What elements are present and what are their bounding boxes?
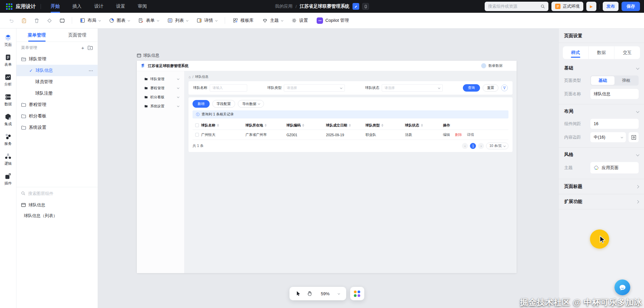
team-type-select[interactable]: 请选择 [284, 84, 345, 92]
page-type-basic[interactable]: 基础 [591, 76, 614, 85]
tree-item-team-info[interactable]: ✓ 球队信息 ⋯ [16, 65, 98, 76]
sort-icon[interactable] [302, 124, 304, 127]
padding-detail-button[interactable] [629, 132, 639, 142]
tree-folder-points-board[interactable]: 积分看板 [16, 110, 98, 122]
delete-row-link[interactable]: 删除 [455, 133, 462, 137]
query-button[interactable]: 查询 [463, 84, 480, 92]
menu-tab-review[interactable]: 审阅 [131, 0, 153, 13]
tree-folder-schedule-management[interactable]: 赛程管理 [16, 99, 98, 110]
tree-item-team-registration[interactable]: 球队注册 [16, 88, 98, 99]
sort-icon[interactable] [349, 124, 351, 127]
sort-icon[interactable] [217, 124, 219, 127]
layer-search[interactable] [16, 187, 98, 200]
sort-icon[interactable] [381, 124, 383, 127]
widgets-palette-button[interactable] [350, 287, 364, 300]
section-page-title[interactable]: 页面标题 [559, 179, 644, 194]
layer-search-input[interactable] [28, 191, 93, 196]
tab-page-management[interactable]: 页面管理 [57, 29, 98, 42]
reset-button[interactable]: 重置 [483, 84, 498, 92]
edit-row-link[interactable]: 编辑 [443, 133, 450, 137]
field-config-button[interactable]: 字段配置 [212, 100, 235, 108]
publish-button[interactable]: 发布 [603, 2, 619, 11]
insert-chart-dropdown[interactable]: 图表 [105, 15, 134, 26]
sort-icon[interactable] [421, 124, 423, 127]
prev-page-button[interactable]: ‹ [462, 143, 468, 149]
copilot-manage-button[interactable]: Copilot 管理 [312, 15, 353, 26]
preview-run-button[interactable]: ▶ [586, 2, 596, 11]
rail-item-integrations[interactable]: 集成 [4, 113, 12, 126]
insert-list-dropdown[interactable]: 列表 [163, 15, 192, 26]
preview-menu-schedule[interactable]: 赛程管理 [137, 84, 184, 93]
sort-icon[interactable] [265, 124, 267, 127]
component-gap-input[interactable] [590, 119, 639, 129]
template-library-button[interactable]: 模板库 [228, 15, 258, 26]
insert-detail-dropdown[interactable]: 详情 [192, 15, 221, 26]
next-page-button[interactable]: › [478, 143, 484, 149]
theme-dropdown[interactable]: 主题 [258, 15, 287, 26]
tree-folder-team-management[interactable]: 球队管理 [16, 53, 98, 65]
menu-tab-settings[interactable]: 设置 [110, 0, 131, 13]
section-basic-header[interactable]: 基础 [559, 61, 644, 74]
menu-tab-start[interactable]: 开始 [44, 0, 66, 13]
rail-item-plugins[interactable]: 插件 [4, 172, 12, 186]
select-tool-button[interactable] [293, 289, 303, 298]
tree-folder-system-settings[interactable]: 系统设置 [16, 122, 98, 133]
menu-tab-design[interactable]: 设计 [88, 0, 110, 13]
rail-item-forms[interactable]: 表单 [4, 54, 12, 67]
zoom-level-select[interactable]: 59% [316, 291, 342, 296]
tab-menu-management[interactable]: 菜单管理 [16, 29, 57, 42]
export-data-button[interactable]: 导出数据 [238, 100, 264, 108]
delete-button[interactable] [30, 15, 43, 26]
tab-interaction[interactable]: 交互 [614, 46, 640, 59]
rail-item-services[interactable]: 服务 [4, 133, 12, 146]
rail-item-analytics[interactable]: 分析 [4, 73, 12, 87]
shape-tool-button[interactable] [43, 15, 56, 26]
page-type-modal[interactable]: 弹框 [614, 76, 638, 85]
chat-support-button[interactable] [614, 279, 630, 295]
section-extensions[interactable]: 扩展功能 [559, 194, 644, 209]
layer-item-team-info[interactable]: 球队信息 [16, 200, 98, 210]
table-row[interactable]: 广州恒大 广东省广州市 GZ001 2025-09-19 职业队 活跃 编辑 删… [193, 130, 508, 140]
team-name-input[interactable]: 请输入 [210, 84, 247, 92]
preview-account[interactable]: 数睿数据 [481, 63, 502, 68]
add-folder-button[interactable] [88, 45, 93, 50]
artboard-tool-button[interactable] [56, 15, 68, 26]
rail-item-pages[interactable]: 页面 [4, 34, 12, 47]
section-style-header[interactable]: 风格 [559, 148, 644, 160]
rail-item-logic[interactable]: 逻辑 [4, 153, 12, 166]
page-theme-button[interactable]: 应用页面 [590, 162, 639, 173]
layer-item-team-info-list[interactable]: 球队信息（列表） [16, 210, 98, 221]
global-search[interactable] [485, 2, 548, 11]
apps-grid-icon[interactable] [6, 3, 12, 10]
preview-menu-team-management[interactable]: 球队管理 [137, 74, 184, 84]
artboard-label[interactable]: 球队信息 [137, 53, 159, 58]
tab-style[interactable]: 样式 [563, 46, 588, 59]
artboard-team-info-page[interactable]: 江苏省足球联赛管理系统 数睿数据 球队管理 赛程管理 [137, 61, 517, 273]
rail-item-data[interactable]: 数据 [4, 93, 12, 107]
page-size-select[interactable]: 10 条/页 [486, 143, 508, 149]
tab-data[interactable]: 数据 [588, 46, 614, 59]
add-record-button[interactable]: 新增 [193, 100, 210, 108]
preview-menu-system-settings[interactable]: 系统设置 [137, 102, 184, 111]
row-checkbox[interactable] [195, 133, 199, 137]
rename-app-button[interactable] [353, 3, 359, 10]
page-name-input[interactable] [590, 89, 639, 99]
select-all-checkbox[interactable] [195, 123, 199, 127]
insert-layout-dropdown[interactable]: 布局 [75, 15, 105, 26]
breadcrumb-parent[interactable]: 我的应用 [275, 3, 292, 9]
tree-item-player-management[interactable]: 球员管理 [16, 76, 98, 88]
environment-button[interactable]: 正式环境 [551, 2, 583, 11]
pan-tool-button[interactable] [305, 289, 314, 298]
content-padding-select[interactable]: 中(16) [590, 132, 626, 142]
team-status-select[interactable]: 请选择 [382, 84, 443, 92]
filter-funnel-button[interactable] [501, 85, 508, 91]
home-icon[interactable]: ⌂ [189, 75, 191, 79]
preview-menu-points-board[interactable]: 积分看板 [137, 93, 184, 102]
detail-row-link[interactable]: 详情 [467, 133, 474, 137]
paste-button[interactable] [17, 15, 30, 26]
global-search-input[interactable] [488, 4, 538, 9]
undo-button[interactable] [5, 15, 17, 26]
page-1-button[interactable]: 1 [470, 143, 476, 149]
section-layout-header[interactable]: 布局 [559, 104, 644, 117]
design-canvas[interactable]: 球队信息 江苏省足球联赛管理系统 数睿数据 球队管理 [98, 29, 558, 308]
